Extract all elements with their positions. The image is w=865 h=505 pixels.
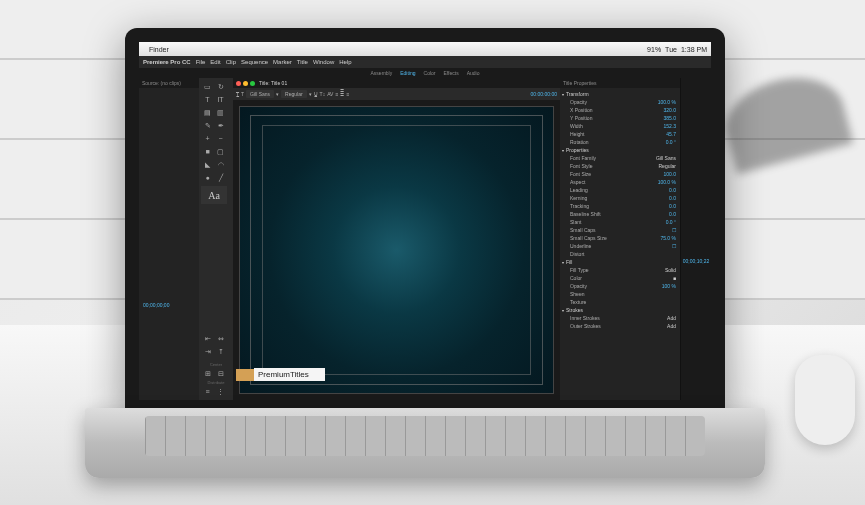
- align-c[interactable]: ⇔: [214, 332, 227, 345]
- ws-color[interactable]: Color: [424, 70, 436, 76]
- menu-help[interactable]: Help: [339, 59, 351, 65]
- tool-varea[interactable]: ▥: [214, 106, 227, 119]
- app-name: Premiere Pro CC: [143, 59, 191, 65]
- center-v[interactable]: ⊟: [214, 367, 227, 380]
- title-accent-bar[interactable]: [236, 369, 254, 381]
- laptop: Finder 91% Tue 1:38 PM Premiere Pro CC F…: [85, 28, 765, 478]
- laptop-keyboard: [85, 408, 765, 478]
- tool-align-l[interactable]: ≡: [335, 91, 338, 97]
- menu-edit[interactable]: Edit: [210, 59, 220, 65]
- prop-row[interactable]: Aspect100.0 %: [562, 178, 678, 186]
- ws-effects[interactable]: Effects: [443, 70, 458, 76]
- tool-align-r[interactable]: ≡: [346, 91, 349, 97]
- prop-section[interactable]: Strokes: [562, 306, 678, 314]
- prop-section[interactable]: Transform: [562, 90, 678, 98]
- title-text[interactable]: PremiumTitles: [254, 368, 325, 381]
- macos-menubar: Finder 91% Tue 1:38 PM: [139, 42, 711, 56]
- prop-row[interactable]: Y Position385.0: [562, 114, 678, 122]
- menubar-app[interactable]: Finder: [149, 46, 169, 53]
- prop-row[interactable]: Distort: [562, 250, 678, 258]
- dist-v[interactable]: ⋮: [214, 385, 227, 398]
- center-h[interactable]: ⊞: [201, 367, 214, 380]
- clock-time: 1:38 PM: [681, 46, 707, 53]
- prop-row[interactable]: Rotation0.0 °: [562, 138, 678, 146]
- prop-row[interactable]: X Position320.0: [562, 106, 678, 114]
- menu-title[interactable]: Title: [297, 59, 308, 65]
- tool-select[interactable]: ▭: [201, 80, 214, 93]
- tool-line[interactable]: ╱: [214, 171, 227, 184]
- props-panel-tab[interactable]: Title Properties: [560, 78, 680, 88]
- tool-tt2[interactable]: T: [241, 91, 244, 97]
- app-menubar: Premiere Pro CC File Edit Clip Sequence …: [139, 56, 711, 68]
- font-weight-select[interactable]: Regular: [281, 90, 307, 98]
- tool-u[interactable]: U̲: [314, 91, 318, 97]
- clock-day: Tue: [665, 46, 677, 53]
- align-t[interactable]: ⤒: [214, 345, 227, 358]
- prop-row[interactable]: Fill TypeSolid: [562, 266, 678, 274]
- tool-path-type[interactable]: ✎: [201, 119, 214, 132]
- tool-rrect[interactable]: ▢: [214, 145, 227, 158]
- tool-tt[interactable]: T̲: [236, 91, 239, 97]
- prop-row[interactable]: Inner StrokesAdd: [562, 314, 678, 322]
- prop-row[interactable]: Font StyleRegular: [562, 162, 678, 170]
- ws-editing[interactable]: Editing: [400, 70, 415, 76]
- source-panel-tab[interactable]: Source: (no clips): [139, 78, 199, 88]
- prop-row[interactable]: Leading0.0: [562, 186, 678, 194]
- tool-ellipse[interactable]: ●: [201, 171, 214, 184]
- workspace-bar: Assembly Editing Color Effects Audio: [139, 68, 711, 78]
- prop-row[interactable]: Kerning0.0: [562, 194, 678, 202]
- title-safe: [262, 125, 531, 375]
- prop-row[interactable]: Slant0.0 °: [562, 218, 678, 226]
- menu-marker[interactable]: Marker: [273, 59, 292, 65]
- tool-add-anchor[interactable]: +: [201, 132, 214, 145]
- prop-row[interactable]: Color■: [562, 274, 678, 282]
- style-preview: Aa: [201, 186, 227, 204]
- prop-row[interactable]: Height45.7: [562, 130, 678, 138]
- align-l[interactable]: ⇤: [201, 332, 214, 345]
- prop-row[interactable]: Opacity100.0 %: [562, 98, 678, 106]
- tool-vtype[interactable]: IT: [214, 93, 227, 106]
- battery-pct: 91%: [647, 46, 661, 53]
- tool-del-anchor[interactable]: −: [214, 132, 227, 145]
- source-timecode: 00;00;00;00: [143, 302, 169, 308]
- tool-size[interactable]: T↕: [320, 91, 326, 97]
- title-tab[interactable]: Title: Title 01: [259, 80, 287, 86]
- dist-h[interactable]: ≡: [201, 385, 214, 398]
- menu-clip[interactable]: Clip: [226, 59, 236, 65]
- prop-row[interactable]: Font Size100.0: [562, 170, 678, 178]
- prop-row[interactable]: Opacity100 %: [562, 282, 678, 290]
- prop-section[interactable]: Properties: [562, 146, 678, 154]
- prop-row[interactable]: Font FamilyGill Sans: [562, 154, 678, 162]
- ws-audio[interactable]: Audio: [467, 70, 480, 76]
- tool-pen[interactable]: ✒: [214, 119, 227, 132]
- prop-row[interactable]: Outer StrokesAdd: [562, 322, 678, 330]
- font-family-select[interactable]: Gill Sans: [246, 90, 274, 98]
- tool-type[interactable]: T: [201, 93, 214, 106]
- tool-wedge[interactable]: ◣: [201, 158, 214, 171]
- prop-row[interactable]: Sheen: [562, 290, 678, 298]
- ws-assembly[interactable]: Assembly: [371, 70, 393, 76]
- menu-window[interactable]: Window: [313, 59, 334, 65]
- prop-section[interactable]: Fill: [562, 258, 678, 266]
- tool-kern[interactable]: AV: [327, 91, 333, 97]
- prop-row[interactable]: Width152.3: [562, 122, 678, 130]
- prop-row[interactable]: Tracking0.0: [562, 202, 678, 210]
- program-timecode: 00;00;10;22: [681, 78, 711, 264]
- tool-area-type[interactable]: ▤: [201, 106, 214, 119]
- tool-arc[interactable]: ◠: [214, 158, 227, 171]
- title-canvas[interactable]: PremiumTitles: [233, 100, 560, 400]
- align-r[interactable]: ⇥: [201, 345, 214, 358]
- title-timecode: 00:00:00:00: [531, 91, 557, 97]
- tool-rotate[interactable]: ↻: [214, 80, 227, 93]
- prop-row[interactable]: Small Caps☐: [562, 226, 678, 234]
- menu-file[interactable]: File: [196, 59, 206, 65]
- title-tools: ▭↻ TIT ▤▥ ✎✒ +− ■▢ ◣◠ ●╱ Aa ⇤⇔ ⇥⤒ Center…: [199, 78, 233, 400]
- tool-rect[interactable]: ■: [201, 145, 214, 158]
- menu-sequence[interactable]: Sequence: [241, 59, 268, 65]
- prop-row[interactable]: Baseline Shift0.0: [562, 210, 678, 218]
- prop-row[interactable]: Small Caps Size75.0 %: [562, 234, 678, 242]
- prop-row[interactable]: Texture: [562, 298, 678, 306]
- tool-align-c[interactable]: ≣: [340, 91, 344, 97]
- title-toolbar: T̲ T Gill Sans ▾ Regular ▾ U̲ T↕ AV ≡ ≣ …: [233, 88, 560, 100]
- prop-row[interactable]: Underline☐: [562, 242, 678, 250]
